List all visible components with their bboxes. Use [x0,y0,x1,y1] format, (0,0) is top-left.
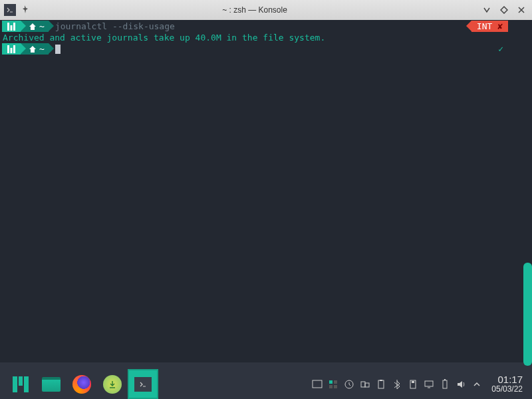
firefox-icon [72,375,91,394]
pin-icon[interactable] [20,5,29,16]
manjaro-logo-icon [13,376,29,392]
folder-icon [42,377,61,392]
taskbar: 01:17 05/03/22 [0,369,532,399]
network-tray-icon[interactable] [357,369,373,399]
home-icon [29,23,37,31]
desktop-background[interactable] [0,362,532,369]
svg-rect-6 [313,380,322,388]
svg-rect-7 [329,380,332,384]
terminal-cursor [55,45,61,54]
svg-rect-20 [444,379,446,380]
battery-tray-icon[interactable] [437,369,453,399]
svg-rect-12 [361,382,365,387]
svg-rect-18 [425,381,433,386]
svg-rect-15 [380,380,382,381]
system-tray-expander[interactable] [469,369,485,399]
update-manager-tray-icon[interactable] [341,369,357,399]
prompt-distro-segment [2,43,21,55]
svg-rect-1 [11,25,13,31]
prompt-line-1: ~ journalctl --disk-usage INT ✘ [2,21,530,32]
konsole-app-icon [4,4,16,16]
manjaro-glyph-icon [6,23,17,31]
svg-rect-17 [412,381,414,383]
svg-rect-10 [334,385,337,388]
display-tray-icon[interactable] [421,369,437,399]
removable-media-tray-icon[interactable] [405,369,421,399]
maximize-button[interactable] [497,3,511,17]
interrupt-badge: INT ✘ [471,21,508,32]
svg-rect-8 [334,380,337,384]
svg-rect-5 [13,45,15,53]
download-icon [103,375,122,394]
svg-rect-13 [365,383,369,387]
prompt-distro-segment [2,21,21,32]
workspace-switcher[interactable] [325,369,341,399]
svg-rect-2 [13,23,15,31]
svg-rect-3 [7,45,9,53]
file-manager-launcher[interactable] [36,369,66,399]
konsole-taskbar-entry[interactable] [128,369,158,399]
clipboard-tray-icon[interactable] [373,369,389,399]
downloads-launcher[interactable] [97,369,128,399]
volume-tray-icon[interactable] [453,369,469,399]
command-text: journalctl --disk-usage [49,21,175,32]
success-checkmark-icon: ✓ [498,43,503,55]
minimize-button[interactable] [480,3,493,17]
terminal-viewport[interactable]: ~ journalctl --disk-usage INT ✘ Archived… [0,20,532,362]
terminal-scrollbar[interactable] [523,263,532,366]
svg-rect-0 [7,23,9,31]
svg-rect-4 [11,48,13,53]
terminal-icon [134,377,152,392]
prompt-line-2: ~ ✓ [2,43,530,55]
svg-rect-14 [378,380,384,388]
window-titlebar: ~ : zsh — Konsole [0,0,532,20]
app-menu-button[interactable] [5,369,36,399]
svg-rect-9 [329,385,332,388]
svg-rect-19 [443,380,447,388]
close-button[interactable] [515,3,528,17]
window-title: ~ : zsh — Konsole [33,5,476,15]
firefox-launcher[interactable] [66,369,97,399]
bluetooth-tray-icon[interactable] [389,369,405,399]
clock-date: 05/03/22 [491,384,523,394]
clock-widget[interactable]: 01:17 05/03/22 [485,375,527,394]
manjaro-glyph-icon [6,45,17,53]
command-output: Archived and active journals take up 40.… [2,32,530,43]
home-icon [29,45,37,53]
clock-time: 01:17 [491,375,523,384]
show-desktop-button[interactable] [309,369,325,399]
